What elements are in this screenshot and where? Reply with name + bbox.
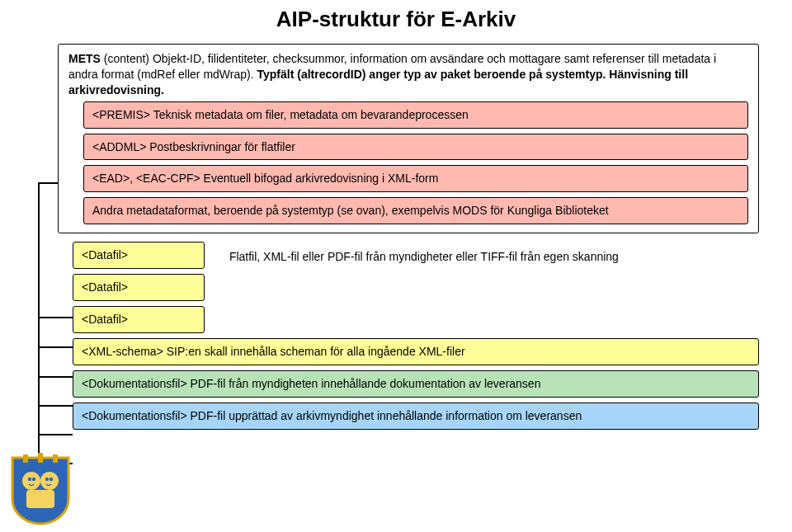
svg-rect-5 [26,490,54,508]
datafil-row-3: <Datafil> [73,306,759,333]
xmlschema-text: <XML-schema> SIP:en skall innehålla sche… [82,345,465,358]
xmlschema-box: <XML-schema> SIP:en skall innehålla sche… [73,338,759,365]
svg-point-4 [40,472,59,490]
ead-text: <EAD>, <EAC-CPF> Eventuell bifogad arkiv… [92,172,438,185]
premis-box: <PREMIS> Teknisk metadata om filer, meta… [83,101,748,129]
dokfil-1-box: <Dokumentationsfil> PDF-fil från myndigh… [73,370,759,398]
dokfil-2-text: <Dokumentationsfil> PDF-fil upprättad av… [82,409,582,422]
dokfil-2-box: <Dokumentationsfil> PDF-fil upprättad av… [73,403,759,430]
tree-h-4 [38,376,73,378]
children-stack: <Datafil> Flatfil, XML-fil eller PDF-fil… [73,242,759,429]
tree-h-3 [38,346,73,348]
andra-box: Andra metadataformat, beroende på system… [83,197,748,224]
svg-rect-1 [38,453,43,463]
tree-h-6 [38,434,73,435]
datafil-row-2: <Datafil> [73,274,759,301]
premis-text: <PREMIS> Teknisk metadata om filer, meta… [92,108,469,121]
datafil-row-1: <Datafil> Flatfil, XML-fil eller PDF-fil… [73,242,759,269]
svg-rect-0 [23,454,28,463]
andra-text: Andra metadataformat, beroende på system… [92,204,609,217]
datafil-label-3: <Datafil> [82,313,128,326]
svg-point-9 [50,478,53,481]
tree-h-1 [38,182,58,184]
mets-box: METS (content) Objekt-ID, filidentiteter… [58,44,759,233]
datafil-box-2: <Datafil> [73,274,205,301]
tree-h-2 [38,317,73,318]
diagram-stack: METS (content) Objekt-ID, filidentiteter… [58,44,759,233]
mets-heading-strong: METS [68,52,104,65]
flatfil-note: Flatfil, XML-fil eller PDF-fil från mynd… [229,250,619,263]
tree-vline [38,182,40,486]
addml-text: <ADDML> Postbeskrivningar för flatfiler [92,140,295,153]
datafil-box-1: <Datafil> [73,242,205,269]
svg-point-6 [28,478,31,481]
ead-box: <EAD>, <EAC-CPF> Eventuell bifogad arkiv… [83,165,748,192]
mets-heading: METS (content) Objekt-ID, filidentiteter… [68,51,748,98]
addml-box: <ADDML> Postbeskrivningar för flatfiler [83,134,748,161]
tree-h-5 [38,405,73,407]
svg-point-8 [45,478,49,481]
crest-logo [8,453,73,527]
svg-rect-2 [53,454,58,463]
datafil-label-2: <Datafil> [82,280,128,294]
dokfil-1-text: <Dokumentationsfil> PDF-fil från myndigh… [82,377,540,390]
datafil-box-3: <Datafil> [73,306,205,333]
page-title: AIP-struktur för E-Arkiv [0,7,792,32]
svg-point-7 [32,478,35,481]
svg-point-3 [22,472,40,490]
datafil-label-1: <Datafil> [82,248,128,261]
